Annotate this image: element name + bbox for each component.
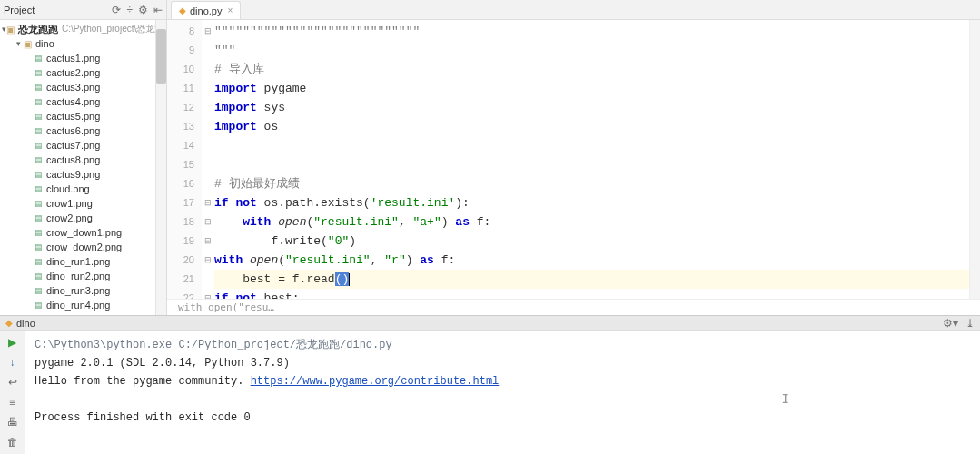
file-icon: ▤ <box>35 68 43 77</box>
print-icon[interactable]: 🖶 <box>5 414 21 430</box>
folder-icon: ▣ <box>6 25 15 35</box>
down-icon[interactable]: ↓ <box>5 354 21 370</box>
file-icon: ▤ <box>35 141 43 150</box>
tree-row[interactable]: ▤cactus5.png <box>0 109 155 123</box>
folder-icon: ▣ <box>24 39 32 49</box>
file-icon: ▤ <box>35 126 43 135</box>
python-icon: ◆ <box>179 5 186 15</box>
tree-row[interactable]: ▤dino_run5.png <box>0 312 155 315</box>
scroll-icon[interactable]: ≡ <box>5 394 21 410</box>
file-icon: ▤ <box>35 257 43 266</box>
file-icon: ▤ <box>35 83 43 92</box>
file-icon: ▤ <box>35 54 43 63</box>
wrap-icon[interactable]: ↩ <box>5 374 21 390</box>
code-line[interactable]: with open("result.ini", "a+") as f: <box>214 212 969 232</box>
tree-row[interactable]: ▤dino_run3.png <box>0 283 155 298</box>
project-panel: Project ⟳ ÷ ⚙ ⇤ ▾▣恐龙跑跑C:\Python_project\… <box>0 0 167 315</box>
code-line[interactable]: import os <box>214 117 969 136</box>
file-icon: ▤ <box>35 155 43 164</box>
code-area[interactable]: 8910111213141516171819202122 ⊟⊟⊟⊟⊟⊟ """"… <box>167 20 980 299</box>
file-icon: ▤ <box>35 112 43 121</box>
code-line[interactable]: best = f.read() <box>214 270 969 289</box>
console-link[interactable]: https://www.pygame.org/contribute.html <box>251 375 500 388</box>
file-icon: ▤ <box>35 97 43 106</box>
project-header: Project ⟳ ÷ ⚙ ⇤ <box>0 0 166 20</box>
tree-row[interactable]: ▤crow2.png <box>0 211 155 225</box>
tree-row[interactable]: ▤cactus8.png <box>0 153 155 167</box>
file-icon: ▤ <box>35 228 43 237</box>
tree-row[interactable]: ▤dino_run4.png <box>0 298 155 312</box>
tree-row[interactable]: ▤cloud.png <box>0 182 155 196</box>
code-line[interactable]: import pygame <box>214 79 969 98</box>
tree-row[interactable]: ▤cactus2.png <box>0 65 155 80</box>
project-title: Project <box>4 5 106 15</box>
code-line[interactable]: """ <box>214 41 969 60</box>
code-line[interactable]: import sys <box>214 98 969 117</box>
tree-row[interactable]: ▤crow_down1.png <box>0 225 155 240</box>
console-line: pygame 2.0.1 (SDL 2.0.14, Python 3.7.9) <box>35 354 971 372</box>
tab-dino[interactable]: ◆ dino.py × <box>171 1 241 19</box>
rerun-icon[interactable]: ▶ <box>5 334 21 350</box>
code-line[interactable] <box>214 155 969 174</box>
console-command: C:\Python3\python.exe C:/Python_project/… <box>35 336 971 354</box>
tree-row[interactable]: ▤dino_run1.png <box>0 254 155 269</box>
fold-column[interactable]: ⊟⊟⊟⊟⊟⊟ <box>202 20 214 299</box>
refresh-icon[interactable]: ⟳ <box>112 4 121 16</box>
python-icon: ◆ <box>5 318 13 328</box>
tree-row[interactable]: ▤cactus3.png <box>0 80 155 94</box>
console-header: ◆ dino ⚙▾ ⤓ <box>0 316 980 331</box>
gear-icon[interactable]: ⚙▾ <box>943 317 958 330</box>
file-icon: ▤ <box>35 242 43 252</box>
console-body: ▶↓↩≡🖶🗑 𝙸 C:\Python3\python.exe C:/Python… <box>0 331 980 454</box>
scrollbar-thumb[interactable] <box>156 29 166 84</box>
console-toolbar: ▶↓↩≡🖶🗑 <box>0 331 25 454</box>
editor-tabs: ◆ dino.py × <box>167 0 980 20</box>
console-line: Process finished with exit code 0 <box>35 409 971 427</box>
editor: ◆ dino.py × 8910111213141516171819202122… <box>167 0 980 315</box>
code-line[interactable] <box>214 136 969 155</box>
code-line[interactable]: # 初始最好成绩 <box>214 174 969 193</box>
line-gutter: 8910111213141516171819202122 <box>167 20 202 299</box>
collapse-icon[interactable]: ⇤ <box>153 4 163 16</box>
console-output[interactable]: 𝙸 C:\Python3\python.exe C:/Python_projec… <box>25 331 980 454</box>
code-line[interactable]: with open("result.ini", "r") as f: <box>214 251 969 270</box>
tree-row[interactable]: ▤cactus9.png <box>0 167 155 182</box>
tree-row[interactable]: ▤crow1.png <box>0 196 155 211</box>
breadcrumb[interactable]: with open("resu… <box>167 299 980 315</box>
tab-label: dino.py <box>190 5 222 16</box>
console-line <box>35 390 971 409</box>
file-icon: ▤ <box>35 271 43 281</box>
file-icon: ▤ <box>35 184 43 193</box>
code-line[interactable]: if not os.path.exists('result.ini'): <box>214 193 969 212</box>
project-tree[interactable]: ▾▣恐龙跑跑C:\Python_project\恐龙跑▾▣dino▤cactus… <box>0 20 155 315</box>
tree-row[interactable]: ▤cactus4.png <box>0 94 155 109</box>
file-icon: ▤ <box>35 286 43 295</box>
console-line: Hello from the pygame community. https:/… <box>35 372 971 390</box>
code-line[interactable]: """"""""""""""""""""""""""""" <box>214 22 969 41</box>
chevron-down-icon[interactable]: ▾ <box>13 39 24 48</box>
code-line[interactable]: f.write("0") <box>214 232 969 251</box>
gear-icon[interactable]: ⚙ <box>138 4 148 16</box>
close-icon[interactable]: × <box>227 5 233 15</box>
tree-row[interactable]: ▤cactus7.png <box>0 138 155 153</box>
file-icon: ▤ <box>35 301 43 310</box>
code-content[interactable]: """"""""""""""""""""""""""""""""# 导入库imp… <box>214 20 969 299</box>
project-body: ▾▣恐龙跑跑C:\Python_project\恐龙跑▾▣dino▤cactus… <box>0 20 166 315</box>
console: ◆ dino ⚙▾ ⤓ ▶↓↩≡🖶🗑 𝙸 C:\Python3\python.e… <box>0 315 980 454</box>
tree-row[interactable]: ▾▣恐龙跑跑C:\Python_project\恐龙跑 <box>0 22 155 36</box>
project-scrollbar[interactable] <box>155 20 166 315</box>
file-icon: ▤ <box>35 213 43 222</box>
tree-row[interactable]: ▤crow_down2.png <box>0 240 155 254</box>
download-icon[interactable]: ⤓ <box>965 317 975 330</box>
tree-row[interactable]: ▾▣dino <box>0 36 155 51</box>
trash-icon[interactable]: 🗑 <box>5 434 21 450</box>
tree-row[interactable]: ▤cactus6.png <box>0 123 155 138</box>
tree-row[interactable]: ▤dino_run2.png <box>0 269 155 283</box>
code-line[interactable]: if not best: <box>214 289 969 299</box>
divide-icon[interactable]: ÷ <box>126 4 133 16</box>
console-title: dino <box>16 318 35 329</box>
tree-row[interactable]: ▤cactus1.png <box>0 51 155 65</box>
text-cursor-icon: 𝙸 <box>782 390 789 409</box>
editor-scrollbar[interactable] <box>969 20 980 299</box>
code-line[interactable]: # 导入库 <box>214 60 969 79</box>
